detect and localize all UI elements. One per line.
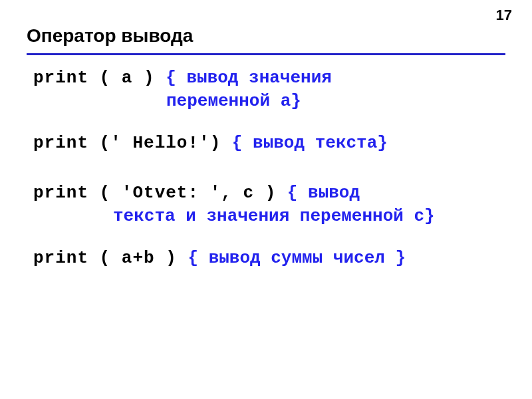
- code-comment: текста и значения переменной c}: [113, 206, 435, 226]
- code-text: print ( a+b ): [33, 248, 188, 268]
- code-text: print (' Hello!'): [33, 133, 232, 153]
- slide-title: Оператор вывода: [27, 25, 193, 47]
- code-comment: { вывод значения: [166, 68, 332, 88]
- title-underline: [27, 53, 505, 55]
- page-number: 17: [496, 7, 512, 24]
- code-comment: { вывод: [287, 183, 360, 203]
- code-comment: { вывод текста}: [232, 133, 388, 153]
- example-4: print ( a+b ) { вывод суммы чисел }: [33, 247, 512, 270]
- code-comment: переменной a}: [166, 91, 301, 111]
- example-1: print ( a ) { вывод значения переменной …: [33, 66, 512, 113]
- example-3: print ( 'Otvet: ', c ) { вывод текста и …: [33, 182, 512, 228]
- code-text: print ( a ): [33, 68, 166, 88]
- example-2: print (' Hello!') { вывод текста}: [33, 132, 512, 155]
- code-content: print ( a ) { вывод значения переменной …: [33, 66, 512, 289]
- code-text: print ( 'Otvet: ', c ): [33, 183, 287, 203]
- code-comment: { вывод суммы чисел }: [188, 248, 406, 268]
